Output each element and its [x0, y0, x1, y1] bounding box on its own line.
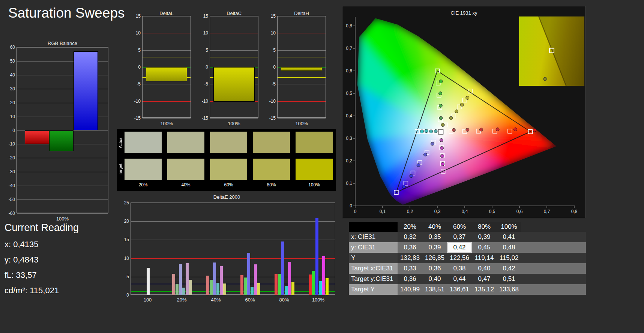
grid-line [131, 221, 335, 222]
table-col-header: 80% [472, 222, 497, 232]
table-cell[interactable]: 0,33 [398, 263, 422, 274]
y-tick-label: 5 [138, 48, 141, 53]
grid-line [17, 172, 108, 172]
table-row-filler [521, 253, 586, 263]
table-cell[interactable]: 0,37 [447, 232, 472, 242]
table-cell[interactable]: 0,41 [497, 232, 521, 242]
svg-text:0,7: 0,7 [346, 46, 352, 51]
table-cell[interactable]: 0,42 [447, 242, 472, 253]
table-cell[interactable]: 138,51 [422, 284, 447, 295]
y-tick-label: 5 [206, 48, 208, 53]
table-cell[interactable]: 0,36 [398, 274, 422, 284]
swatch-actual-100% [296, 132, 333, 153]
svg-text:0,3: 0,3 [346, 136, 352, 141]
row-label-target: Target [118, 159, 123, 180]
ref-line [143, 57, 191, 57]
svg-text:0,8: 0,8 [571, 209, 578, 214]
deltae-bar [315, 218, 318, 295]
table-row-label: y: CIE31 [349, 242, 398, 253]
ref-line [143, 101, 191, 102]
table-cell[interactable]: 0,51 [497, 274, 521, 284]
y-tick-label: 15 [203, 14, 208, 19]
table-cell[interactable]: 0,47 [472, 274, 497, 284]
ref-line [278, 33, 326, 33]
table-cell[interactable]: 119,14 [472, 253, 497, 263]
grid-line [17, 213, 108, 214]
y-tick-label: 15 [136, 14, 141, 19]
deltae-bar [285, 286, 288, 295]
table-row-filler [521, 242, 586, 253]
grid-line [17, 47, 108, 48]
deltae-bar [288, 262, 291, 295]
svg-text:0,6: 0,6 [346, 68, 352, 74]
y-tick-label: -5 [137, 81, 141, 87]
svg-text:0,7: 0,7 [544, 209, 550, 214]
delta-h-chart: DeltaH 151050-5-10-15 100% [264, 9, 327, 127]
y-tick-label: 10 [136, 30, 141, 36]
deltae-bar [247, 253, 250, 295]
delta-l-plot: 151050-5-10-15 [142, 16, 191, 118]
swatch-target-20% [125, 159, 162, 180]
delta-e-2000-chart: DeltaE 2000 0510152025 10020%40%60%80%10… [117, 193, 336, 306]
x-tick-label: 100% [312, 297, 324, 303]
table-cell[interactable]: 0,44 [447, 274, 472, 284]
grid-line [143, 118, 191, 118]
deltae-bar [182, 288, 185, 295]
svg-text:0,6: 0,6 [516, 209, 523, 214]
deltae-bar [176, 284, 179, 295]
table-header-filler [521, 222, 586, 232]
cie-title: CIE 1931 xy [342, 10, 585, 16]
table-cell[interactable]: 0,32 [398, 232, 422, 242]
table-cell[interactable]: 136,61 [447, 284, 472, 295]
table-cell[interactable]: 133,68 [497, 284, 521, 295]
ref-line [131, 284, 335, 284]
rgb-balance-title: RGB Balance [17, 40, 108, 46]
table-cell[interactable]: 0,36 [422, 263, 447, 274]
table-cell[interactable]: 0,39 [472, 232, 497, 242]
delta-c-chart: DeltaC 151050-5-10-15 100% [197, 9, 260, 127]
grid-line [17, 186, 108, 186]
delta-c-x-axis-label: 100% [210, 121, 258, 126]
deltae-bar [257, 283, 260, 295]
deltae-bar [244, 278, 247, 295]
ref-line [131, 258, 335, 259]
svg-text:0,4: 0,4 [462, 209, 468, 214]
table-cell[interactable]: 140,99 [398, 284, 422, 295]
y-tick-label: 60 [10, 45, 15, 50]
rgb-balance-chart: RGB Balance -60-50-40-30-20-100102030405… [3, 40, 112, 222]
current-reading-heading: Current Reading [5, 222, 79, 234]
delta-l-chart: DeltaL 151050-5-10-15 100% [129, 9, 192, 127]
deltae-bar [216, 283, 219, 295]
table-cell[interactable]: 135,12 [472, 284, 497, 295]
x-tick-label: 60% [245, 297, 255, 303]
deltae-bar [322, 256, 325, 295]
table-cell[interactable]: 126,85 [422, 253, 447, 263]
table-cell[interactable]: 0,35 [422, 232, 447, 242]
swatch-actual-80% [253, 132, 290, 153]
table-cell[interactable]: 0,39 [422, 242, 447, 253]
deltae-bar [251, 287, 254, 295]
table-cell[interactable]: 115,02 [497, 253, 521, 263]
table-cell[interactable]: 122,56 [447, 253, 472, 263]
table-cell[interactable]: 0,38 [447, 263, 472, 274]
y-tick-label: -30 [9, 169, 15, 174]
ref-line [278, 101, 326, 102]
table-cell[interactable]: 0,40 [422, 274, 447, 284]
table-cell[interactable]: 0,36 [398, 242, 422, 253]
cie-chromaticity-panel: CIE 1931 xy 000,10,10,20,20,30,30,40,40,… [342, 6, 586, 218]
table-cell[interactable]: 132,83 [398, 253, 422, 263]
table-cell[interactable]: 0,42 [497, 263, 521, 274]
x-tick-label: 20% [177, 297, 186, 303]
deltae-bar [186, 263, 189, 295]
ref-line [131, 291, 335, 292]
deltae-bar [319, 281, 322, 295]
delta-h-x-axis-label: 100% [277, 121, 326, 126]
grid-line [278, 118, 326, 118]
measurement-table: 20%40%60%80%100%x: CIE310,320,350,370,39… [349, 222, 586, 295]
ref-line [143, 33, 191, 33]
table-col-header: 100% [497, 222, 521, 232]
table-cell[interactable]: 0,40 [472, 263, 497, 274]
table-cell[interactable]: 0,45 [472, 242, 497, 253]
table-cell[interactable]: 0,48 [497, 242, 521, 253]
deltae-bar [309, 274, 312, 295]
